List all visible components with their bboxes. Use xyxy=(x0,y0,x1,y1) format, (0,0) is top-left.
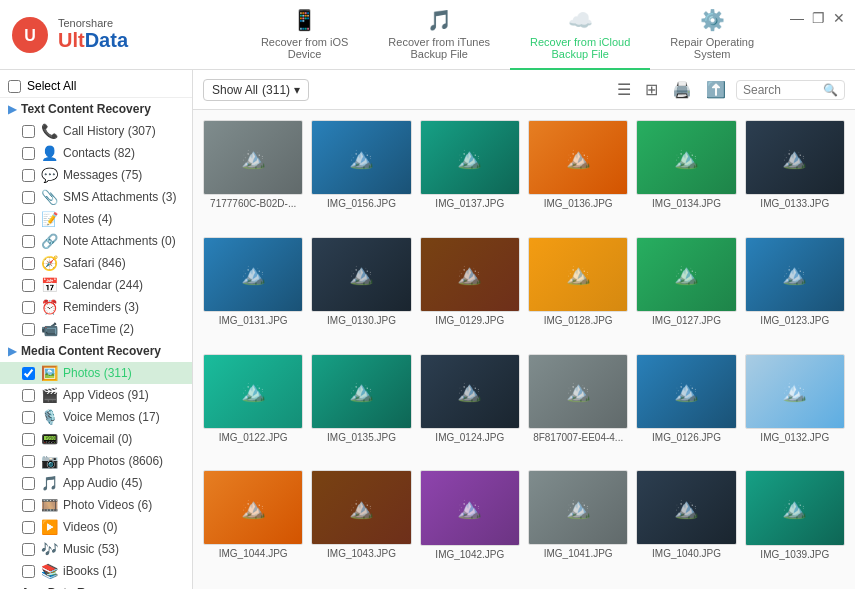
image-cell-img3[interactable]: 🏔️IMG_0137.JPG xyxy=(420,120,520,229)
sidebar-item-notes[interactable]: 📝 Notes (4) xyxy=(0,208,192,230)
image-cell-img21[interactable]: 🏔️IMG_1042.JPG xyxy=(420,470,520,579)
contacts-label: Contacts (82) xyxy=(63,146,184,160)
view-list-button[interactable]: ☰ xyxy=(613,78,635,101)
image-label-img10: IMG_0128.JPG xyxy=(544,315,613,326)
sms-attachments-checkbox[interactable] xyxy=(22,191,35,204)
view-grid-button[interactable]: ⊞ xyxy=(641,78,662,101)
sidebar-item-app-videos[interactable]: 🎬 App Videos (91) xyxy=(0,384,192,406)
image-cell-img18[interactable]: 🏔️IMG_0132.JPG xyxy=(745,354,845,463)
sidebar-item-videos[interactable]: ▶️ Videos (0) xyxy=(0,516,192,538)
sidebar-item-safari[interactable]: 🧭 Safari (846) xyxy=(0,252,192,274)
sidebar-item-facetime[interactable]: 📹 FaceTime (2) xyxy=(0,318,192,340)
sidebar-item-messages[interactable]: 💬 Messages (75) xyxy=(0,164,192,186)
image-cell-img9[interactable]: 🏔️IMG_0129.JPG xyxy=(420,237,520,346)
image-thumb-img5: 🏔️ xyxy=(636,120,736,195)
image-cell-img4[interactable]: 🏔️IMG_0136.JPG xyxy=(528,120,628,229)
section-text[interactable]: ▶ Text Content Recovery xyxy=(0,98,192,120)
app-audio-checkbox[interactable] xyxy=(22,477,35,490)
ibooks-checkbox[interactable] xyxy=(22,565,35,578)
thumb-photo-icon: 🏔️ xyxy=(421,121,519,194)
image-thumb-inner-img1: 🏔️ xyxy=(204,121,302,194)
photo-videos-checkbox[interactable] xyxy=(22,499,35,512)
show-all-button[interactable]: Show All (311) ▾ xyxy=(203,79,309,101)
photos-checkbox[interactable] xyxy=(22,367,35,380)
search-box: 🔍 xyxy=(736,80,845,100)
image-cell-img6[interactable]: 🏔️IMG_0133.JPG xyxy=(745,120,845,229)
image-cell-img7[interactable]: 🏔️IMG_0131.JPG xyxy=(203,237,303,346)
image-label-img6: IMG_0133.JPG xyxy=(760,198,829,209)
app-photos-checkbox[interactable] xyxy=(22,455,35,468)
logo-area: U Tenorshare UltData xyxy=(10,15,170,55)
image-cell-img15[interactable]: 🏔️IMG_0124.JPG xyxy=(420,354,520,463)
videos-checkbox[interactable] xyxy=(22,521,35,534)
sidebar-item-app-audio[interactable]: 🎵 App Audio (45) xyxy=(0,472,192,494)
logo-icon: U xyxy=(10,15,50,55)
image-cell-img20[interactable]: 🏔️IMG_1043.JPG xyxy=(311,470,411,579)
image-cell-img22[interactable]: 🏔️IMG_1041.JPG xyxy=(528,470,628,579)
export-button[interactable]: ⬆️ xyxy=(702,78,730,101)
notes-checkbox[interactable] xyxy=(22,213,35,226)
print-button[interactable]: 🖨️ xyxy=(668,78,696,101)
section-media[interactable]: ▶ Media Content Recovery xyxy=(0,340,192,362)
select-all-row[interactable]: Select All xyxy=(0,75,192,98)
close-button[interactable]: ✕ xyxy=(833,10,845,26)
calendar-checkbox[interactable] xyxy=(22,279,35,292)
call-history-checkbox[interactable] xyxy=(22,125,35,138)
tab-repair[interactable]: ⚙️ Repair OperatingSystem xyxy=(650,0,774,70)
sidebar-item-sms-attachments[interactable]: 📎 SMS Attachments (3) xyxy=(0,186,192,208)
sidebar-item-photos[interactable]: 🖼️ Photos (311) xyxy=(0,362,192,384)
image-cell-img16[interactable]: 🏔️8F817007-EE04-4... xyxy=(528,354,628,463)
safari-checkbox[interactable] xyxy=(22,257,35,270)
image-cell-img13[interactable]: 🏔️IMG_0122.JPG xyxy=(203,354,303,463)
image-cell-img11[interactable]: 🏔️IMG_0127.JPG xyxy=(636,237,736,346)
image-thumb-img15: 🏔️ xyxy=(420,354,520,429)
image-cell-img24[interactable]: 🏔️IMG_1039.JPG xyxy=(745,470,845,579)
image-thumb-inner-img2: 🏔️ xyxy=(312,121,410,194)
sidebar-item-voicemail[interactable]: 📟 Voicemail (0) xyxy=(0,428,192,450)
section-app-data[interactable]: ▶ App Data Recovery xyxy=(0,582,192,589)
contacts-checkbox[interactable] xyxy=(22,147,35,160)
header: U Tenorshare UltData 📱 Recover from iOSD… xyxy=(0,0,855,70)
image-cell-img14[interactable]: 🏔️IMG_0135.JPG xyxy=(311,354,411,463)
image-cell-img8[interactable]: 🏔️IMG_0130.JPG xyxy=(311,237,411,346)
note-attachments-checkbox[interactable] xyxy=(22,235,35,248)
sidebar-item-note-attachments[interactable]: 🔗 Note Attachments (0) xyxy=(0,230,192,252)
minimize-button[interactable]: — xyxy=(790,10,804,26)
image-cell-img5[interactable]: 🏔️IMG_0134.JPG xyxy=(636,120,736,229)
sidebar-item-music[interactable]: 🎶 Music (53) xyxy=(0,538,192,560)
image-cell-img17[interactable]: 🏔️IMG_0126.JPG xyxy=(636,354,736,463)
image-cell-img2[interactable]: 🏔️IMG_0156.JPG xyxy=(311,120,411,229)
music-checkbox[interactable] xyxy=(22,543,35,556)
image-cell-img1[interactable]: 🏔️7177760C-B02D-... xyxy=(203,120,303,229)
image-cell-img23[interactable]: 🏔️IMG_1040.JPG xyxy=(636,470,736,579)
reminders-checkbox[interactable] xyxy=(22,301,35,314)
image-cell-img19[interactable]: 🏔️IMG_1044.JPG xyxy=(203,470,303,579)
sidebar-item-app-photos[interactable]: 📷 App Photos (8606) xyxy=(0,450,192,472)
sidebar-item-contacts[interactable]: 👤 Contacts (82) xyxy=(0,142,192,164)
sidebar-item-reminders[interactable]: ⏰ Reminders (3) xyxy=(0,296,192,318)
search-input[interactable] xyxy=(743,83,823,97)
select-all-checkbox[interactable] xyxy=(8,80,21,93)
messages-checkbox[interactable] xyxy=(22,169,35,182)
image-thumb-img14: 🏔️ xyxy=(311,354,411,429)
image-cell-img10[interactable]: 🏔️IMG_0128.JPG xyxy=(528,237,628,346)
image-thumb-inner-img19: 🏔️ xyxy=(204,471,302,544)
image-label-img16: 8F817007-EE04-4... xyxy=(533,432,623,443)
tab-itunes[interactable]: 🎵 Recover from iTunesBackup File xyxy=(368,0,510,70)
tab-icloud[interactable]: ☁️ Recover from iCloudBackup File xyxy=(510,0,650,70)
voice-memos-checkbox[interactable] xyxy=(22,411,35,424)
tab-ios[interactable]: 📱 Recover from iOSDevice xyxy=(241,0,368,70)
sidebar-item-voice-memos[interactable]: 🎙️ Voice Memos (17) xyxy=(0,406,192,428)
sidebar-item-photo-videos[interactable]: 🎞️ Photo Videos (6) xyxy=(0,494,192,516)
maximize-button[interactable]: ❐ xyxy=(812,10,825,26)
thumb-photo-icon: 🏔️ xyxy=(529,355,627,428)
sidebar-item-calendar[interactable]: 📅 Calendar (244) xyxy=(0,274,192,296)
app-videos-checkbox[interactable] xyxy=(22,389,35,402)
image-thumb-inner-img15: 🏔️ xyxy=(421,355,519,428)
voicemail-checkbox[interactable] xyxy=(22,433,35,446)
image-cell-img12[interactable]: 🏔️IMG_0123.JPG xyxy=(745,237,845,346)
ios-icon: 📱 xyxy=(292,8,317,32)
sidebar-item-call-history[interactable]: 📞 Call History (307) xyxy=(0,120,192,142)
sidebar-item-ibooks[interactable]: 📚 iBooks (1) xyxy=(0,560,192,582)
facetime-checkbox[interactable] xyxy=(22,323,35,336)
